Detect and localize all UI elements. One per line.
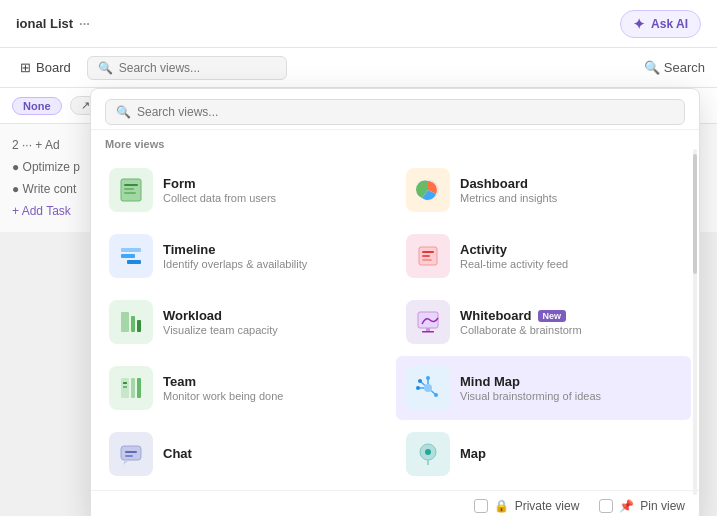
svg-rect-13 — [121, 312, 129, 332]
svg-point-32 — [434, 393, 438, 397]
private-view-option[interactable]: 🔒 Private view — [474, 499, 580, 513]
activity-icon-bg — [406, 234, 450, 278]
chat-name: Chat — [163, 446, 384, 461]
form-icon-bg — [109, 168, 153, 212]
title-dots[interactable]: ··· — [79, 16, 90, 31]
svg-rect-23 — [123, 386, 127, 388]
pin-icon: 📌 — [619, 499, 634, 513]
board-button[interactable]: ⊞ Board — [12, 56, 79, 79]
dashboard-icon-bg — [406, 168, 450, 212]
timeline-icon-bg — [109, 234, 153, 278]
whiteboard-icon-bg — [406, 300, 450, 344]
dashboard-name: Dashboard — [460, 176, 681, 191]
pin-view-option[interactable]: 📌 Pin view — [599, 499, 685, 513]
app-title: ional List ··· — [16, 16, 90, 31]
form-icon — [115, 174, 147, 206]
mindmap-desc: Visual brainstorming of ideas — [460, 390, 681, 402]
ask-ai-icon: ✦ — [633, 16, 645, 32]
svg-rect-21 — [137, 378, 141, 398]
mindmap-icon — [412, 372, 444, 404]
whiteboard-text: Whiteboard New Collaborate & brainstorm — [460, 308, 681, 336]
svg-rect-7 — [121, 254, 135, 258]
ask-ai-button[interactable]: ✦ Ask AI — [620, 10, 701, 38]
team-icon-bg — [109, 366, 153, 410]
dropdown-search-area: 🔍 — [91, 89, 699, 130]
view-item-form[interactable]: Form Collect data from users — [99, 158, 394, 222]
svg-point-26 — [426, 376, 430, 380]
search-views-icon: 🔍 — [98, 61, 113, 75]
form-desc: Collect data from users — [163, 192, 384, 204]
view-item-mindmap[interactable]: Mind Map Visual brainstorming of ideas — [396, 356, 691, 420]
mindmap-icon-bg — [406, 366, 450, 410]
team-icon — [115, 372, 147, 404]
svg-rect-16 — [418, 312, 438, 328]
map-text: Map — [460, 446, 681, 462]
search-views-field[interactable]: 🔍 — [87, 56, 287, 80]
view-item-whiteboard[interactable]: Whiteboard New Collaborate & brainstorm — [396, 290, 691, 354]
none-filter-chip[interactable]: None — [12, 97, 62, 115]
workload-desc: Visualize team capacity — [163, 324, 384, 336]
svg-line-27 — [421, 382, 425, 385]
svg-point-28 — [418, 379, 422, 383]
map-name: Map — [460, 446, 681, 461]
svg-rect-20 — [131, 378, 135, 398]
svg-rect-10 — [422, 251, 434, 253]
timeline-text: Timeline Identify overlaps & availabilit… — [163, 242, 384, 270]
board-label: Board — [36, 60, 71, 75]
timeline-name: Timeline — [163, 242, 384, 257]
pin-view-checkbox[interactable] — [599, 499, 613, 513]
views-grid: Form Collect data from users Dashboard M… — [91, 154, 699, 490]
dropdown-search-input[interactable] — [137, 105, 674, 119]
activity-desc: Real-time activity feed — [460, 258, 681, 270]
svg-rect-1 — [124, 184, 138, 186]
svg-line-31 — [431, 391, 435, 394]
app-header: ional List ··· ✦ Ask AI — [0, 0, 717, 48]
view-item-team[interactable]: Team Monitor work being done — [99, 356, 394, 420]
mindmap-name: Mind Map — [460, 374, 681, 389]
private-view-checkbox[interactable] — [474, 499, 488, 513]
form-text: Form Collect data from users — [163, 176, 384, 204]
svg-rect-11 — [422, 255, 430, 257]
svg-rect-8 — [127, 260, 141, 264]
svg-rect-22 — [123, 382, 127, 384]
svg-rect-6 — [121, 248, 141, 252]
search-icon: 🔍 — [644, 60, 660, 75]
timeline-icon — [115, 240, 147, 272]
svg-rect-36 — [125, 455, 133, 457]
sub-icon: ↗ — [81, 99, 90, 112]
view-item-activity[interactable]: Activity Real-time activity feed — [396, 224, 691, 288]
chat-icon — [115, 438, 147, 470]
workload-name: Workload — [163, 308, 384, 323]
pin-view-label: Pin view — [640, 499, 685, 513]
search-button[interactable]: 🔍 Search — [644, 60, 705, 75]
view-item-dashboard[interactable]: Dashboard Metrics and insights — [396, 158, 691, 222]
mindmap-text: Mind Map Visual brainstorming of ideas — [460, 374, 681, 402]
scroll-thumb[interactable] — [693, 154, 697, 274]
view-item-chat[interactable]: Chat — [99, 422, 394, 486]
activity-name: Activity — [460, 242, 681, 257]
view-item-workload[interactable]: Workload Visualize team capacity — [99, 290, 394, 354]
team-name: Team — [163, 374, 384, 389]
whiteboard-icon — [412, 306, 444, 338]
svg-rect-14 — [131, 316, 135, 332]
svg-rect-2 — [124, 188, 134, 190]
row-num: 2 ··· + Ad — [12, 138, 60, 152]
svg-point-24 — [424, 384, 432, 392]
workload-icon-bg — [109, 300, 153, 344]
whiteboard-name: Whiteboard New — [460, 308, 681, 323]
toolbar-right: 🔍 Search — [644, 60, 705, 75]
dropdown-search-inner[interactable]: 🔍 — [105, 99, 685, 125]
view-item-map[interactable]: Map — [396, 422, 691, 486]
workload-icon — [115, 306, 147, 338]
app-title-text: ional List — [16, 16, 73, 31]
more-views-label: More views — [91, 130, 699, 154]
form-name: Form — [163, 176, 384, 191]
views-dropdown: 🔍 More views Form Collect data from user… — [90, 88, 700, 516]
search-views-input[interactable] — [119, 61, 276, 75]
view-item-timeline[interactable]: Timeline Identify overlaps & availabilit… — [99, 224, 394, 288]
private-lock-icon: 🔒 — [494, 499, 509, 513]
search-label: Search — [664, 60, 705, 75]
svg-rect-12 — [422, 259, 432, 261]
chat-icon-bg — [109, 432, 153, 476]
team-text: Team Monitor work being done — [163, 374, 384, 402]
